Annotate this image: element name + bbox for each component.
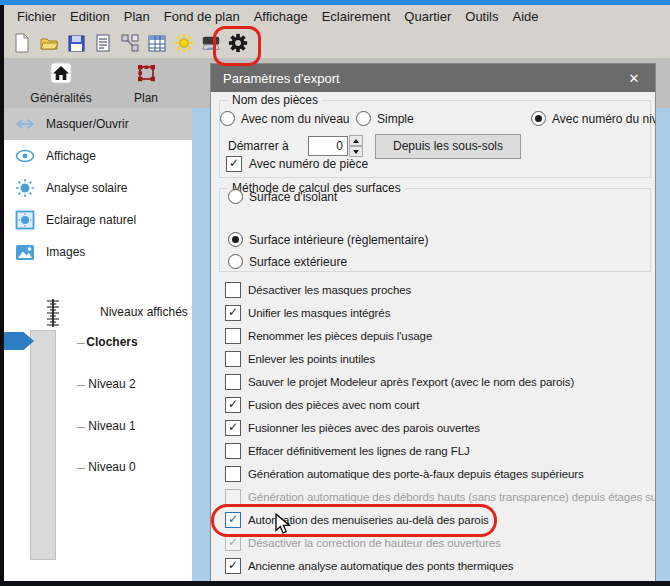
bottom-edge [0,581,670,586]
link-nodes-icon[interactable] [120,33,140,53]
sidebar-item-label: Affichage [46,149,96,163]
radio-option[interactable]: Surface d'isolant [228,189,337,204]
eye-icon [14,146,36,166]
room-number-checkbox[interactable]: Avec numéro de pièce [226,156,368,172]
export-settings-dialog: Paramètres d'export ✕ Nom des pièces Sim… [210,63,656,581]
option-label: Ancienne analyse automatique des ponts t… [248,560,514,572]
sidebar-item-affichage[interactable]: Affichage [4,140,192,172]
levels-header-label: Niveaux affichés [100,305,188,319]
sun-in-square-icon [14,210,36,230]
sidebar-item-images[interactable]: Images [4,236,192,268]
menu-item[interactable]: Eclairement [315,7,398,26]
option-checkbox-row[interactable]: Effacer définitivement les lignes de ran… [211,439,655,462]
group-room-names: Nom des pièces Simple Avec numéro du niv… [219,100,651,178]
save-icon[interactable] [66,33,86,53]
sidebar-item-label: Eclairage naturel [46,213,136,227]
mouse-cursor [273,513,293,538]
menu-item[interactable]: Outils [458,7,505,26]
sidebar-item-eclairage-naturel[interactable]: Eclairage naturel [4,204,192,236]
checkbox-icon [225,305,241,321]
option-checkbox-row[interactable]: Unifier les masques intégrés [211,301,655,324]
option-checkbox-row[interactable]: Désactiver les masques proches [211,278,655,301]
new-document-icon[interactable] [12,33,32,53]
option-label: Enlever les points inutiles [248,353,375,365]
option-label: Unifier les masques intégrés [248,307,390,319]
option-checkbox-row[interactable]: Génération automatique des porte-à-faux … [211,462,655,485]
option-label: Fusionner les pièces avec des parois ouv… [248,422,480,434]
option-checkbox-row[interactable]: Ancienne analyse automatique des ponts t… [211,554,655,577]
checkbox-icon [225,466,241,482]
option-label: Génération automatique des porte-à-faux … [248,468,584,480]
dialog-titlebar[interactable]: Paramètres d'export ✕ [211,64,655,92]
level-item[interactable]: Clochers [54,335,170,349]
radio-icon [220,111,235,126]
spinner-up-icon[interactable] [349,135,363,146]
group-surface-method: Méthode de calcul des surfaces Surface i… [219,188,651,272]
option-label: Fusion des pièces avec nom court [248,399,419,411]
radio-option[interactable]: Surface intérieure (règlementaire) [228,232,428,247]
open-folder-icon[interactable] [39,33,59,53]
checkbox-icon [225,558,241,574]
spinner [349,135,363,157]
radio-label: Surface d'isolant [249,190,337,204]
start-at-input[interactable]: 0 [308,136,348,156]
tab-plan[interactable]: Plan [106,60,186,106]
levels-header: Niveaux affichés [4,298,192,328]
menu-item[interactable]: Quartier [397,7,458,26]
sidebar: Masquer/Ouvrir Affichage Analyse solaire… [4,108,192,581]
radio-option[interactable]: Simple [356,111,414,126]
sun-icon[interactable] [174,33,194,53]
radio-icon [228,232,243,247]
option-label: Désactiver la correction de hauteur des … [248,537,501,549]
radio-label: Surface extérieure [249,255,347,269]
radio-option[interactable]: Avec numéro du niveau [531,111,655,126]
checkbox-icon [225,443,241,459]
checkbox-icon [226,156,242,172]
tab-label: Plan [134,91,158,105]
left-edge [0,5,4,586]
checkbox-icon [225,489,241,505]
menu-item[interactable]: Aide [506,7,546,26]
table-icon[interactable] [147,33,167,53]
red-highlight-option-annotation [211,504,497,537]
checkbox-icon [225,397,241,413]
radio-option[interactable]: Surface extérieure [228,254,347,269]
sidebar-item-label: Images [46,245,85,259]
option-checkbox-row[interactable]: Renommer les pièces depuis l'usage [211,324,655,347]
level-item[interactable]: Niveau 0 [54,460,170,474]
sidebar-item-label: Analyse solaire [46,181,127,195]
option-label: Sauver le projet Modeleur après l'export… [248,376,574,388]
from-basements-button[interactable]: Depuis les sous-sols [375,134,521,159]
option-checkbox-row[interactable]: Fusionner les pièces avec des parois ouv… [211,416,655,439]
menu-item[interactable]: Fichier [10,7,63,26]
radio-icon [228,254,243,269]
option-checkbox-row[interactable]: Enlever les points inutiles [211,347,655,370]
tab-label: Généralités [30,91,91,105]
checkbox-icon [225,374,241,390]
radio-option[interactable]: Avec nom du niveau [220,111,350,126]
tab-generalites[interactable]: Généralités [16,60,106,106]
dialog-body: Nom des pièces Simple Avec numéro du niv… [211,92,655,582]
image-icon [14,242,36,262]
horizontal-arrows-icon [14,114,36,134]
sidebar-item-label: Masquer/Ouvrir [46,117,129,131]
level-item[interactable]: Niveau 1 [54,419,170,433]
report-icon[interactable] [93,33,113,53]
level-item[interactable]: Niveau 2 [54,377,170,391]
menu-item[interactable]: Plan [117,7,157,26]
dialog-title: Paramètres d'export [211,71,613,86]
level-slider-track[interactable] [30,330,56,560]
radio-icon [531,111,546,126]
option-checkbox-row[interactable]: Fusion des pièces avec nom court [211,393,655,416]
close-icon[interactable]: ✕ [613,64,655,92]
option-checkbox-row[interactable]: Sauver le projet Modeleur après l'export… [211,370,655,393]
checkbox-icon [225,328,241,344]
sidebar-item-analyse-solaire[interactable]: Analyse solaire [4,172,192,204]
menu-item[interactable]: Fond de plan [157,7,247,26]
checkbox-icon [225,351,241,367]
menu-item[interactable]: Affichage [247,7,315,26]
menu-item[interactable]: Edition [63,7,117,26]
radio-label: Avec nom du niveau [241,112,350,126]
radio-label: Simple [377,112,414,126]
sidebar-item-masquer-ouvrir[interactable]: Masquer/Ouvrir [4,108,192,140]
